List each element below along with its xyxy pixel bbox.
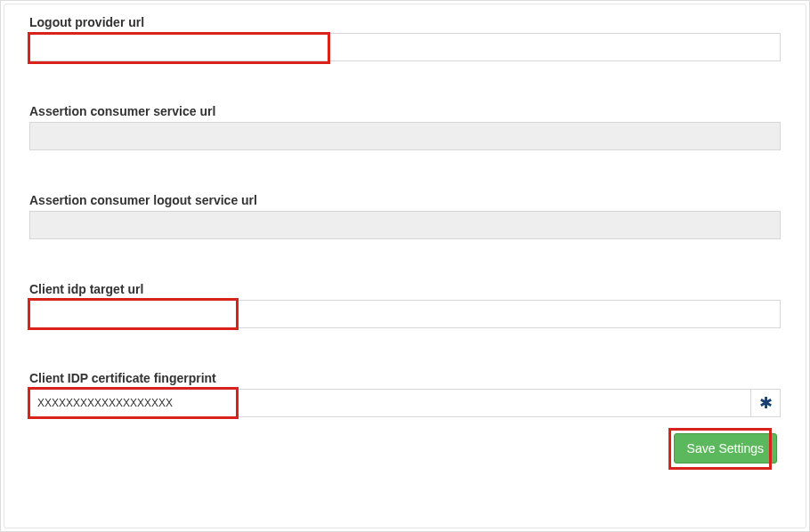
input-wrap-assertion-logout-url [29, 211, 781, 239]
settings-form-panel: Logout provider url Assertion consumer s… [4, 4, 806, 528]
input-wrap-client-idp-fingerprint: ✱ [29, 389, 781, 417]
input-assertion-logout-url [29, 211, 781, 239]
label-assertion-logout-url: Assertion consumer logout service url [29, 193, 781, 207]
input-logout-provider-url[interactable] [29, 33, 781, 61]
fingerprint-row: ✱ [29, 389, 781, 417]
input-client-idp-target-url[interactable] [29, 300, 781, 328]
input-assertion-consumer-url [29, 122, 781, 150]
save-settings-button[interactable]: Save Settings [674, 433, 777, 463]
label-client-idp-target-url: Client idp target url [29, 282, 781, 296]
field-group-client-idp-fingerprint: Client IDP certificate fingerprint ✱ [29, 371, 781, 417]
input-wrap-logout-provider-url [29, 33, 781, 61]
input-wrap-assertion-consumer-url [29, 122, 781, 150]
field-group-client-idp-target-url: Client idp target url [29, 282, 781, 328]
button-row: Save Settings [29, 433, 781, 463]
label-client-idp-fingerprint: Client IDP certificate fingerprint [29, 371, 781, 385]
label-assertion-consumer-url: Assertion consumer service url [29, 104, 781, 118]
label-logout-provider-url: Logout provider url [29, 15, 781, 29]
asterisk-icon: ✱ [759, 393, 773, 413]
input-wrap-client-idp-target-url [29, 300, 781, 328]
field-group-assertion-logout-url: Assertion consumer logout service url [29, 193, 781, 239]
input-client-idp-fingerprint[interactable] [29, 389, 750, 417]
save-button-wrap: Save Settings [674, 433, 777, 463]
generate-fingerprint-button[interactable]: ✱ [750, 389, 781, 417]
field-group-logout-provider-url: Logout provider url [29, 15, 781, 61]
page-frame: Logout provider url Assertion consumer s… [0, 0, 810, 532]
field-group-assertion-consumer-url: Assertion consumer service url [29, 104, 781, 150]
